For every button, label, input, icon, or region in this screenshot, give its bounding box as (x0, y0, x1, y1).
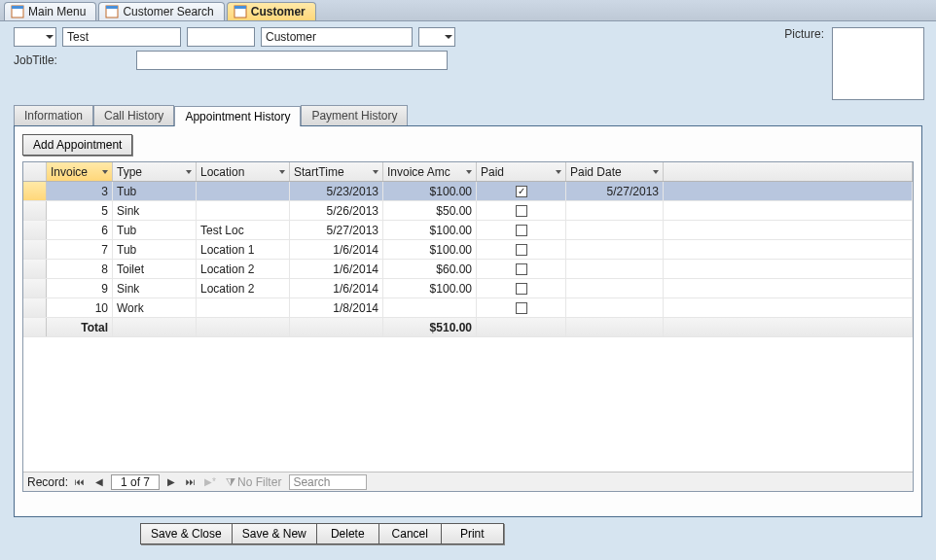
cell-starttime[interactable]: 1/8/2014 (290, 298, 383, 317)
cell-paid[interactable] (477, 201, 566, 220)
col-invoice[interactable]: Invoice (47, 162, 113, 181)
cell-starttime[interactable]: 5/26/2013 (290, 201, 383, 220)
cell-invoice[interactable]: 8 (47, 260, 113, 278)
row-handle[interactable] (23, 201, 47, 220)
subtab[interactable]: Appointment History (174, 106, 301, 126)
doc-tab[interactable]: Main Menu (4, 2, 96, 20)
row-handle[interactable] (23, 240, 47, 259)
row-handle[interactable] (23, 298, 47, 317)
cell-amount[interactable] (383, 298, 477, 317)
suffix-combo[interactable] (418, 27, 455, 47)
col-starttime[interactable]: StartTime (290, 162, 383, 181)
filter-indicator[interactable]: ⧩No Filter (226, 475, 281, 489)
title-combo[interactable] (14, 27, 56, 47)
doc-tab[interactable]: Customer Search (98, 2, 224, 20)
cell-amount[interactable]: $100.00 (383, 182, 477, 200)
cell-paid[interactable] (477, 221, 566, 239)
cell-location[interactable] (197, 201, 290, 220)
subtab[interactable]: Information (14, 105, 93, 125)
col-paid-date[interactable]: Paid Date (566, 162, 664, 181)
cell-type[interactable]: Work (113, 298, 197, 317)
cell-location[interactable] (197, 182, 290, 200)
table-row[interactable]: 9SinkLocation 21/6/2014$100.00 (23, 279, 913, 298)
doc-tab[interactable]: Customer (227, 2, 316, 20)
checkbox[interactable] (516, 244, 527, 256)
cell-paid-date[interactable]: 5/27/2013 (566, 182, 664, 200)
print-button[interactable]: Print (442, 523, 504, 544)
row-handle[interactable] (23, 260, 47, 278)
cell-starttime[interactable]: 5/27/2013 (290, 221, 383, 239)
cell-invoice[interactable]: 9 (47, 279, 113, 298)
nav-next-button[interactable]: ▶ (163, 474, 179, 490)
cell-paid[interactable] (477, 279, 566, 298)
cell-paid[interactable] (477, 260, 566, 278)
checkbox[interactable] (516, 186, 527, 197)
cell-paid-date[interactable] (566, 279, 664, 298)
subtab[interactable]: Payment History (301, 105, 408, 125)
cell-amount[interactable]: $100.00 (383, 240, 477, 259)
cell-amount[interactable]: $100.00 (383, 221, 477, 239)
search-box[interactable]: Search (289, 474, 367, 490)
picture-placeholder[interactable] (832, 27, 924, 100)
col-location[interactable]: Location (197, 162, 290, 181)
save-close-button[interactable]: Save & Close (140, 523, 233, 544)
col-invoice-amount[interactable]: Invoice Amc (383, 162, 477, 181)
table-row[interactable]: 8ToiletLocation 21/6/2014$60.00 (23, 260, 913, 279)
table-row[interactable]: 6TubTest Loc5/27/2013$100.00 (23, 221, 913, 240)
col-type[interactable]: Type (113, 162, 197, 181)
cell-starttime[interactable]: 1/6/2014 (290, 260, 383, 278)
cell-paid[interactable] (477, 298, 566, 317)
cell-type[interactable]: Tub (113, 221, 197, 239)
cell-paid[interactable] (477, 182, 566, 200)
table-row[interactable]: 7TubLocation 11/6/2014$100.00 (23, 240, 913, 260)
table-row[interactable]: 10Work1/8/2014 (23, 298, 913, 318)
cell-type[interactable]: Tub (113, 182, 197, 200)
cell-location[interactable]: Location 2 (197, 279, 290, 298)
row-handle[interactable] (23, 182, 47, 200)
cell-paid[interactable] (477, 240, 566, 259)
jobtitle-field[interactable] (136, 51, 448, 70)
cell-location[interactable]: Location 2 (197, 260, 290, 278)
nav-last-button[interactable]: ⏭ (183, 474, 198, 490)
delete-button[interactable]: Delete (317, 523, 379, 544)
cell-type[interactable]: Sink (113, 279, 197, 298)
table-row[interactable]: 5Sink5/26/2013$50.00 (23, 201, 913, 221)
select-all-handle[interactable] (23, 162, 47, 181)
add-appointment-button[interactable]: Add Appointment (22, 134, 132, 156)
nav-first-button[interactable]: ⏮ (72, 474, 88, 490)
checkbox[interactable] (516, 302, 527, 314)
cell-paid-date[interactable] (566, 260, 664, 278)
row-handle[interactable] (23, 221, 47, 239)
cell-paid-date[interactable] (566, 221, 664, 239)
checkbox[interactable] (516, 225, 527, 236)
checkbox[interactable] (516, 283, 527, 295)
cell-location[interactable]: Location 1 (197, 240, 290, 259)
cell-location[interactable] (197, 298, 290, 317)
cell-type[interactable]: Sink (113, 201, 197, 220)
lastname-field[interactable]: Customer (261, 27, 413, 47)
nav-prev-button[interactable]: ◀ (91, 474, 107, 490)
nav-new-button[interactable]: ▶* (202, 474, 218, 490)
col-paid[interactable]: Paid (477, 162, 566, 181)
cell-location[interactable]: Test Loc (197, 221, 290, 239)
cell-invoice[interactable]: 7 (47, 240, 113, 259)
subtab[interactable]: Call History (93, 105, 174, 125)
cancel-button[interactable]: Cancel (379, 523, 442, 544)
cell-starttime[interactable]: 5/23/2013 (290, 182, 383, 200)
row-handle[interactable] (23, 279, 47, 298)
middlename-field[interactable] (187, 27, 255, 47)
cell-invoice[interactable]: 3 (47, 182, 113, 200)
cell-starttime[interactable]: 1/6/2014 (290, 279, 383, 298)
cell-starttime[interactable]: 1/6/2014 (290, 240, 383, 259)
cell-invoice[interactable]: 10 (47, 298, 113, 317)
table-row[interactable]: 3Tub5/23/2013$100.005/27/2013 (23, 182, 913, 201)
save-new-button[interactable]: Save & New (233, 523, 317, 544)
cell-paid-date[interactable] (566, 201, 664, 220)
cell-amount[interactable]: $50.00 (383, 201, 477, 220)
record-position-box[interactable]: 1 of 7 (111, 474, 160, 490)
cell-paid-date[interactable] (566, 240, 664, 259)
cell-amount[interactable]: $60.00 (383, 260, 477, 278)
cell-type[interactable]: Toilet (113, 260, 197, 278)
checkbox[interactable] (516, 205, 527, 217)
cell-invoice[interactable]: 5 (47, 201, 113, 220)
